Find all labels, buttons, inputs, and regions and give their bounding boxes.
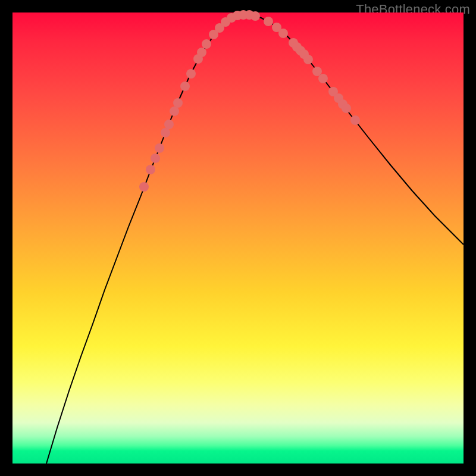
data-point xyxy=(173,98,183,108)
data-point xyxy=(202,39,211,49)
data-point xyxy=(146,165,155,174)
data-point xyxy=(278,29,288,38)
bottleneck-curve xyxy=(46,15,464,464)
data-point xyxy=(164,120,174,129)
data-point xyxy=(303,55,313,64)
data-point xyxy=(139,182,149,192)
data-point xyxy=(170,107,179,116)
data-point xyxy=(161,128,170,137)
data-point xyxy=(155,143,164,153)
data-point xyxy=(186,69,196,79)
data-point xyxy=(264,17,273,26)
data-point xyxy=(350,115,360,125)
data-point xyxy=(342,104,351,113)
data-point xyxy=(151,154,160,163)
data-point xyxy=(197,48,206,57)
data-point xyxy=(318,74,328,83)
data-point xyxy=(250,11,260,21)
chart-frame xyxy=(12,12,464,464)
data-point-beads xyxy=(139,10,360,192)
chart-svg xyxy=(12,12,464,464)
data-point xyxy=(180,82,190,91)
